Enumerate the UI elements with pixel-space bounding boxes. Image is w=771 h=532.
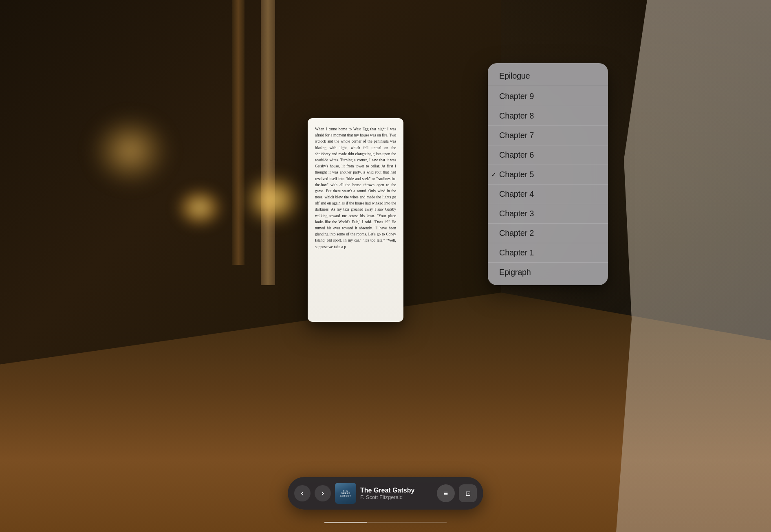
toc-item-label: Chapter 6 [499,150,534,160]
toc-panel: EpilogueChapter 9Chapter 8Chapter 7Chapt… [488,63,608,285]
toc-item-chapter7[interactable]: Chapter 7 [488,126,608,145]
book-page-panel: When I came home to West Egg that night … [308,118,403,322]
toc-item-label: Chapter 4 [499,189,534,199]
toc-item-chapter2[interactable]: Chapter 2 [488,224,608,243]
media-book-author: F. Scott Fitzgerald [360,494,433,500]
toc-item-chapter6[interactable]: Chapter 6 [488,145,608,165]
column [261,0,275,285]
progress-bar-container [324,522,447,523]
mirror-glow [90,114,171,187]
toc-item-label: Chapter 5 [499,170,534,179]
media-info: The Great Gatsby F. Scott Fitzgerald [360,487,433,500]
toc-item-label: Chapter 7 [499,131,534,140]
toc-item-chapter4[interactable]: Chapter 4 [488,185,608,204]
prev-chapter-button[interactable]: ‹ [294,485,311,501]
toc-item-label: Chapter 3 [499,209,534,218]
toc-item-chapter8[interactable]: Chapter 8 [488,106,608,126]
media-book-title: The Great Gatsby [360,487,433,494]
book-cover-text: THEGREATGATSBY [340,490,351,497]
book-cover: THEGREATGATSBY [335,483,356,504]
action-icon: ⊡ [465,490,471,497]
toc-item-label: Chapter 1 [499,248,534,257]
next-chapter-button[interactable]: › [315,485,331,501]
list-icon: ≡ [444,489,448,498]
person-silhouette [616,0,771,532]
toc-item-epilogue[interactable]: Epilogue [488,66,608,86]
next-icon: › [321,488,324,499]
toc-item-chapter3[interactable]: Chapter 3 [488,204,608,224]
lamp-glow-left [175,187,224,228]
toc-item-epigraph[interactable]: Epigraph [488,263,608,282]
toc-toggle-button[interactable]: ≡ [437,484,455,502]
toc-item-label: Chapter 2 [499,229,534,238]
checkmark-icon: ✓ [491,171,496,178]
progress-bar-fill [324,522,367,523]
toc-item-label: Epilogue [499,71,530,81]
toc-item-label: Epigraph [499,268,531,277]
book-text-content: When I came home to West Egg that night … [315,126,396,250]
toc-item-label: Chapter 8 [499,111,534,121]
book-thumbnail: THEGREATGATSBY [335,483,356,504]
lamp-glow-right [245,175,302,224]
media-player-bar: ‹ › THEGREATGATSBY The Great Gatsby F. S… [288,477,483,510]
toc-item-chapter5[interactable]: ✓Chapter 5 [488,165,608,185]
door-frame [232,0,245,265]
media-action-button[interactable]: ⊡ [459,484,477,502]
toc-item-chapter9[interactable]: Chapter 9 [488,87,608,106]
toc-item-chapter1[interactable]: Chapter 1 [488,243,608,263]
toc-item-label: Chapter 9 [499,92,534,101]
prev-icon: ‹ [301,488,304,499]
